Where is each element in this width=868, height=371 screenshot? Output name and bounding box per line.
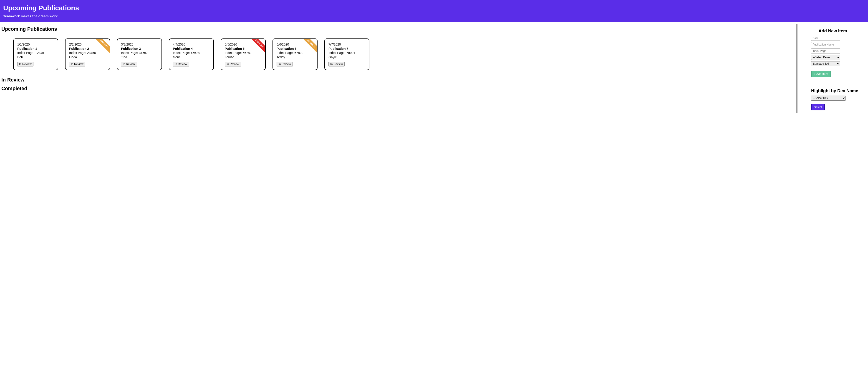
main-column: Upcoming Publications 1/1/2020Publicatio… <box>0 22 796 115</box>
card-index: Index Page: 12345 <box>17 51 54 55</box>
section-heading-inreview: In Review <box>1 77 794 83</box>
publication-card: 7/7/2020Publication 7Index Page: 78901Ga… <box>324 38 369 70</box>
date-input[interactable] <box>811 36 840 41</box>
section-heading-upcoming: Upcoming Publications <box>1 26 794 32</box>
app-header: Upcoming Publications Teamwork makes the… <box>0 0 868 22</box>
add-item-heading: Add New Item <box>802 28 863 33</box>
card-grid: 1/1/2020Publication 1Index Page: 12345Bo… <box>1 34 794 74</box>
add-item-button[interactable]: + Add Item <box>811 71 831 77</box>
publication-card: 1/1/2020Publication 1Index Page: 12345Bo… <box>13 38 58 70</box>
publication-card: 4/4/2020Publication 4Index Page: 45678Ge… <box>169 38 214 70</box>
card-index: Index Page: 78901 <box>329 51 365 55</box>
card-index: Index Page: 45678 <box>173 51 210 55</box>
card-name: Publication 5 <box>225 47 261 51</box>
publication-name-input[interactable] <box>811 42 840 47</box>
card-author: Gene <box>173 55 210 59</box>
card-name: Publication 1 <box>17 47 54 51</box>
card-author: Gayle <box>329 55 365 59</box>
publication-card: 3/3/2020Publication 3Index Page: 34567Ti… <box>117 38 162 70</box>
card-index: Index Page: 34567 <box>121 51 158 55</box>
card-index: Index Page: 56789 <box>225 51 261 55</box>
in-review-button[interactable]: In Review <box>329 62 345 66</box>
card-author: Tina <box>121 55 158 59</box>
in-review-button[interactable]: In Review <box>121 62 137 66</box>
tat-select[interactable]: Standard TAT <box>811 61 840 66</box>
card-date: 6/6/2020 <box>277 42 313 47</box>
section-heading-completed: Completed <box>1 86 794 91</box>
card-date: 2/2/2020 <box>69 42 106 47</box>
publication-card: PRIORITY2/2/2020Publication 2Index Page:… <box>65 38 110 70</box>
card-author: Bob <box>17 55 54 59</box>
card-date: 1/1/2020 <box>17 42 54 47</box>
card-date: 7/7/2020 <box>329 42 365 47</box>
header-title: Upcoming Publications <box>3 4 865 12</box>
card-name: Publication 6 <box>277 47 313 51</box>
in-review-button[interactable]: In Review <box>173 62 189 66</box>
card-name: Publication 3 <box>121 47 158 51</box>
card-name: Publication 4 <box>173 47 210 51</box>
highlight-select-button[interactable]: Select <box>811 104 825 110</box>
card-date: 4/4/2020 <box>173 42 210 47</box>
highlight-dev-select[interactable]: --Select Dev <box>811 95 846 101</box>
publication-card: SAME DAY5/5/2020Publication 5Index Page:… <box>221 38 266 70</box>
publication-card: PRIORITY6/6/2020Publication 6Index Page:… <box>273 38 317 70</box>
vertical-divider <box>796 24 798 113</box>
add-item-form: --Select Dev-- Standard TAT <box>811 36 863 66</box>
sidebar: Add New Item --Select Dev-- Standard TAT… <box>798 22 868 115</box>
in-review-button[interactable]: In Review <box>17 62 33 66</box>
highlight-heading: Highlight by Dev Name <box>811 88 863 93</box>
card-author: Linda <box>69 55 106 59</box>
in-review-button[interactable]: In Review <box>69 62 85 66</box>
card-index: Index Page: 67890 <box>277 51 313 55</box>
index-page-input[interactable] <box>811 49 840 54</box>
in-review-button[interactable]: In Review <box>277 62 293 66</box>
card-name: Publication 7 <box>329 47 365 51</box>
card-index: Index Page: 23456 <box>69 51 106 55</box>
header-subtitle: Teamwork makes the dream work <box>3 14 865 18</box>
card-name: Publication 2 <box>69 47 106 51</box>
in-review-button[interactable]: In Review <box>225 62 241 66</box>
card-author: Teddy <box>277 55 313 59</box>
card-author: Louise <box>225 55 261 59</box>
card-date: 3/3/2020 <box>121 42 158 47</box>
card-date: 5/5/2020 <box>225 42 261 47</box>
dev-select[interactable]: --Select Dev-- <box>811 55 840 60</box>
